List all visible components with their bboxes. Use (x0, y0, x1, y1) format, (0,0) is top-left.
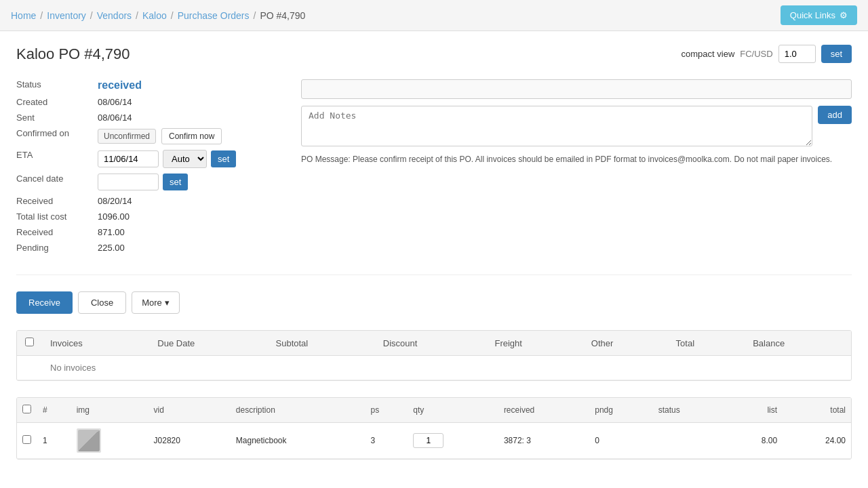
cancel-date-row: Cancel date set (16, 174, 274, 190)
sent-value: 08/06/14 (98, 113, 132, 123)
eta-input[interactable] (98, 150, 159, 167)
more-button[interactable]: More ▾ (132, 291, 180, 314)
breadcrumb-sep2: / (90, 10, 93, 21)
gear-icon: ⚙ (840, 10, 848, 20)
item-checkbox-col (17, 423, 37, 459)
breadcrumb-sep1: / (40, 10, 43, 21)
items-select-all-checkbox[interactable] (22, 405, 31, 413)
more-label: More (142, 298, 162, 308)
breadcrumb-kaloo[interactable]: Kaloo (142, 10, 167, 21)
items-col-qty: qty (408, 398, 498, 423)
breadcrumb-vendors[interactable]: Vendors (97, 10, 132, 21)
cancel-set-button[interactable]: set (163, 174, 188, 190)
view-controls: compact view FC/USD set (682, 45, 852, 63)
cancel-date-controls: set (98, 174, 188, 190)
received-date-label: Received (16, 196, 98, 206)
action-buttons: Receive Close More ▾ (16, 291, 852, 314)
received-amount-row: Received 871.00 (16, 227, 274, 237)
total-list-cost-row: Total list cost 1096.00 (16, 211, 274, 222)
confirmed-label: Confirmed on (16, 128, 98, 138)
eta-row: ETA Auto set (16, 150, 274, 168)
breadcrumb-sep3: / (136, 10, 138, 21)
invoices-col-due-date: Due Date (149, 331, 267, 356)
invoices-col-other: Other (583, 331, 668, 356)
items-col-list: list (724, 398, 783, 423)
invoices-col-freight: Freight (486, 331, 583, 356)
eta-select[interactable]: Auto (163, 150, 207, 168)
item-image (77, 428, 101, 453)
invoices-select-all-col (17, 331, 42, 356)
items-table-container: # img vid description ps qty received pn… (16, 397, 852, 460)
status-row: Status received (16, 79, 274, 92)
item-qty-col (408, 423, 498, 459)
compact-view-label: compact view (682, 49, 735, 59)
breadcrumb-current: PO #4,790 (260, 10, 305, 21)
table-row: 1 J02820 Magneticbook 3 3872: 3 (17, 423, 851, 459)
received-date-value: 08/20/14 (98, 196, 132, 206)
item-checkbox[interactable] (22, 435, 31, 444)
breadcrumb: Home / Inventory / Vendors / Kaloo / Pur… (11, 10, 305, 21)
unconfirmed-badge: Unconfirmed (98, 129, 156, 144)
pending-value: 225.00 (98, 243, 125, 253)
item-img-col (71, 423, 149, 459)
eta-controls: Auto set (98, 150, 236, 168)
close-button[interactable]: Close (78, 291, 126, 314)
items-col-vid: vid (149, 398, 231, 423)
sent-label: Sent (16, 113, 98, 123)
confirmed-row: Confirmed on Unconfirmed Confirm now (16, 128, 274, 144)
item-qty-input[interactable] (413, 433, 443, 448)
breadcrumb-inventory[interactable]: Inventory (47, 10, 86, 21)
fc-usd-input[interactable] (778, 45, 816, 63)
item-status (653, 423, 724, 459)
fc-usd-set-button[interactable]: set (821, 45, 852, 63)
items-col-status: status (653, 398, 724, 423)
breadcrumb-home[interactable]: Home (11, 10, 36, 21)
received-amount-label: Received (16, 227, 98, 237)
invoices-header-row: Invoices Due Date Subtotal Discount Frei… (17, 331, 851, 356)
main-content: Kaloo PO #4,790 compact view FC/USD set … (0, 31, 868, 473)
pending-label: Pending (16, 243, 98, 253)
confirm-now-button[interactable]: Confirm now (161, 128, 222, 144)
items-col-received: received (498, 398, 589, 423)
page-header: Kaloo PO #4,790 compact view FC/USD set (16, 45, 852, 63)
item-vid: J02820 (149, 423, 231, 459)
item-num: 1 (37, 423, 71, 459)
received-date-row: Received 08/20/14 (16, 196, 274, 206)
breadcrumb-purchase-orders[interactable]: Purchase Orders (178, 10, 250, 21)
invoices-col-invoices: Invoices (42, 331, 149, 356)
total-list-cost-label: Total list cost (16, 211, 98, 222)
info-section: Status received Created 08/06/14 Sent 08… (16, 79, 852, 275)
po-message: PO Message: Please confirm receipt of th… (301, 153, 852, 165)
top-nav: Home / Inventory / Vendors / Kaloo / Pur… (0, 0, 868, 31)
eta-label: ETA (16, 150, 98, 160)
confirmed-controls: Unconfirmed Confirm now (98, 128, 222, 144)
breadcrumb-sep4: / (171, 10, 174, 21)
right-info: add PO Message: Please confirm receipt o… (301, 79, 852, 258)
invoices-col-discount: Discount (375, 331, 487, 356)
add-notes-button[interactable]: add (818, 106, 852, 124)
items-col-ps: ps (365, 398, 408, 423)
cancel-date-input[interactable] (98, 174, 159, 190)
created-value: 08/06/14 (98, 97, 132, 107)
item-ps: 3 (365, 423, 408, 459)
item-list: 8.00 (724, 423, 783, 459)
receive-button[interactable]: Receive (16, 291, 73, 314)
items-section: # img vid description ps qty received pn… (16, 397, 852, 460)
item-description: Magneticbook (231, 423, 366, 459)
quick-links-button[interactable]: Quick Links ⚙ (781, 5, 857, 25)
notes-textarea[interactable] (301, 106, 812, 146)
invoices-select-all-checkbox[interactable] (25, 338, 34, 346)
notes-row: add (301, 106, 852, 146)
status-value: received (98, 79, 142, 92)
search-input[interactable] (301, 79, 852, 99)
sent-row: Sent 08/06/14 (16, 113, 274, 123)
created-row: Created 08/06/14 (16, 97, 274, 107)
items-col-img: img (71, 398, 149, 423)
item-image-thumb (78, 430, 100, 451)
eta-set-button[interactable]: set (211, 150, 236, 167)
cancel-date-label: Cancel date (16, 174, 98, 184)
no-invoices-row: No invoices (17, 356, 851, 380)
items-col-num: # (37, 398, 71, 423)
chevron-down-icon: ▾ (165, 298, 170, 308)
total-list-cost-value: 1096.00 (98, 211, 130, 222)
